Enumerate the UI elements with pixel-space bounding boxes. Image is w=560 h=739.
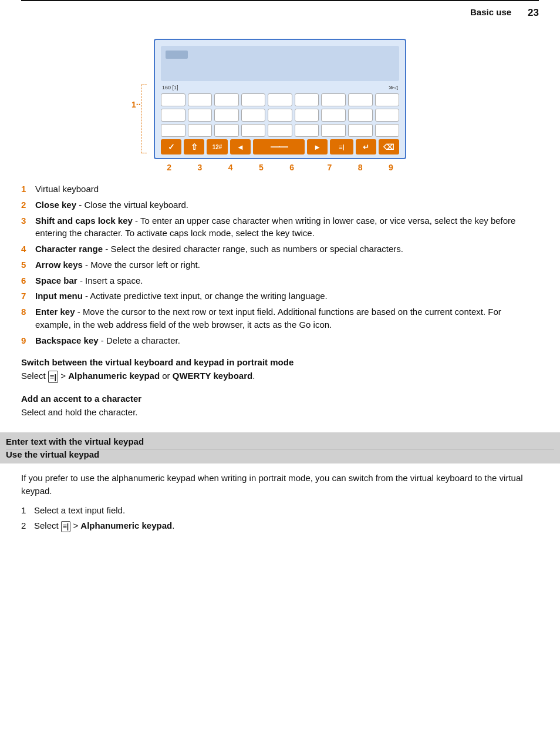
list-text-3: Shift and caps lock key - To enter an up… <box>35 214 539 240</box>
key <box>321 124 346 137</box>
switch-section-heading: Switch between the virtual keyboard and … <box>21 357 539 367</box>
list-text-1: Virtual keyboard <box>35 183 539 196</box>
key <box>348 93 373 106</box>
backspace-key: ⌫ <box>379 139 399 154</box>
key <box>214 109 239 122</box>
key <box>268 109 292 122</box>
key <box>214 124 239 137</box>
callout-8: 8 <box>358 163 363 172</box>
keyboard-diagram: 160 [1] ≫◁ <box>154 39 406 159</box>
list-num-9: 9 <box>21 334 35 347</box>
main-content: 1·· 160 [1] ≫◁ <box>0 39 560 419</box>
key <box>295 124 319 137</box>
list-num-7: 7 <box>21 290 35 303</box>
menu-icon-inline: ≡| <box>48 371 58 384</box>
bottom-list-num-2: 2 <box>21 519 34 532</box>
page-header: Basic use 23 <box>0 1 560 22</box>
keyboard-row-2 <box>161 109 399 122</box>
list-text-4: Character range - Select the desired cha… <box>35 243 539 256</box>
bottom-list-item-2: 2 Select ≡| > Alphanumeric keypad. <box>21 519 539 532</box>
key <box>214 93 239 106</box>
key <box>375 109 400 122</box>
callout-9: 9 <box>389 163 393 172</box>
bottom-content: If you prefer to use the alphanumeric ke… <box>0 463 560 533</box>
list-item-7: 7 Input menu - Activate predictive text … <box>21 290 539 303</box>
dashed-bracket <box>141 85 147 153</box>
callout-2: 2 <box>167 163 171 172</box>
list-num-4: 4 <box>21 243 35 256</box>
key <box>321 93 346 106</box>
key <box>188 124 212 137</box>
key <box>295 93 319 106</box>
key <box>241 109 266 122</box>
accent-section-heading: Add an accent to a character <box>21 394 539 404</box>
callout-7: 7 <box>327 163 332 172</box>
key <box>268 124 292 137</box>
bottom-body: If you prefer to use the alphanumeric ke… <box>21 472 539 498</box>
keyboard-row-1 <box>161 93 399 106</box>
header-page-number: 23 <box>528 7 539 19</box>
gray-title-2: Use the virtual keypad <box>6 449 554 459</box>
header-title: Basic use <box>470 7 511 19</box>
list-num-5: 5 <box>21 258 35 271</box>
key <box>188 109 212 122</box>
menu-icon-inline-2: ≡| <box>61 521 70 532</box>
list-text-2: Close key - Close the virtual keyboard. <box>35 199 539 211</box>
top-rule <box>21 0 539 1</box>
bottom-list-item-1: 1 Select a text input field. <box>21 504 539 517</box>
key <box>375 124 400 137</box>
key <box>375 93 400 106</box>
status-right: ≫◁ <box>389 85 398 90</box>
feature-list: 1 Virtual keyboard 2 Close key - Close t… <box>21 183 539 347</box>
key <box>161 124 185 137</box>
switch-section-body: Select ≡| > Alphanumeric keypad or QWERT… <box>21 370 539 383</box>
char-range-key: 12# <box>207 139 227 154</box>
key <box>295 109 319 122</box>
key <box>241 93 266 106</box>
keyboard-row-3 <box>161 124 399 137</box>
space-key: —— <box>253 139 305 154</box>
list-num-2: 2 <box>21 199 35 211</box>
key <box>321 109 346 122</box>
list-num-1: 1 <box>21 183 35 196</box>
callout-1: 1·· <box>131 100 141 109</box>
callout-3: 3 <box>197 163 202 172</box>
bottom-list-num-1: 1 <box>21 504 34 517</box>
shift-key: ⇧ <box>184 139 204 154</box>
key <box>241 124 266 137</box>
keyboard-action-row: ✓ ⇧ 12# ◄ —— ► ≡| ↵ ⌫ <box>161 139 399 154</box>
arrow-left-key: ◄ <box>230 139 251 154</box>
key <box>161 93 185 106</box>
bottom-list: 1 Select a text input field. 2 Select ≡|… <box>21 504 539 533</box>
list-item-1: 1 Virtual keyboard <box>21 183 539 196</box>
bottom-list-text-2: Select ≡| > Alphanumeric keypad. <box>34 519 539 532</box>
list-text-8: Enter key - Move the cursor to the next … <box>35 305 539 331</box>
check-key: ✓ <box>161 139 181 154</box>
list-item-9: 9 Backspace key - Delete a character. <box>21 334 539 347</box>
gray-title-1: Enter text with the virtual keypad <box>6 436 554 446</box>
list-item-2: 2 Close key - Close the virtual keyboard… <box>21 199 539 211</box>
keyboard-status-bar: 160 [1] ≫◁ <box>161 83 399 92</box>
list-item-4: 4 Character range - Select the desired c… <box>21 243 539 256</box>
keyboard-text-area <box>161 46 399 81</box>
list-num-6: 6 <box>21 274 35 287</box>
key <box>348 124 373 137</box>
list-item-6: 6 Space bar - Insert a space. <box>21 274 539 287</box>
list-text-7: Input menu - Activate predictive text in… <box>35 290 539 303</box>
status-left: 160 [1] <box>162 85 178 90</box>
arrow-right-key: ► <box>307 139 328 154</box>
key <box>188 93 212 106</box>
enter-key: ↵ <box>356 139 376 154</box>
list-text-5: Arrow keys - Move the cursor left or rig… <box>35 258 539 271</box>
key <box>268 93 292 106</box>
key <box>161 109 185 122</box>
list-num-3: 3 <box>21 214 35 240</box>
list-num-8: 8 <box>21 305 35 331</box>
key <box>348 109 373 122</box>
list-item-5: 5 Arrow keys - Move the cursor left or r… <box>21 258 539 271</box>
keyboard-cursor <box>166 51 188 59</box>
gray-bar-section: Enter text with the virtual keypad Use t… <box>0 432 560 463</box>
accent-section-body: Select and hold the character. <box>21 406 539 419</box>
list-item-3: 3 Shift and caps lock key - To enter an … <box>21 214 539 240</box>
bottom-section: If you prefer to use the alphanumeric ke… <box>21 463 539 533</box>
